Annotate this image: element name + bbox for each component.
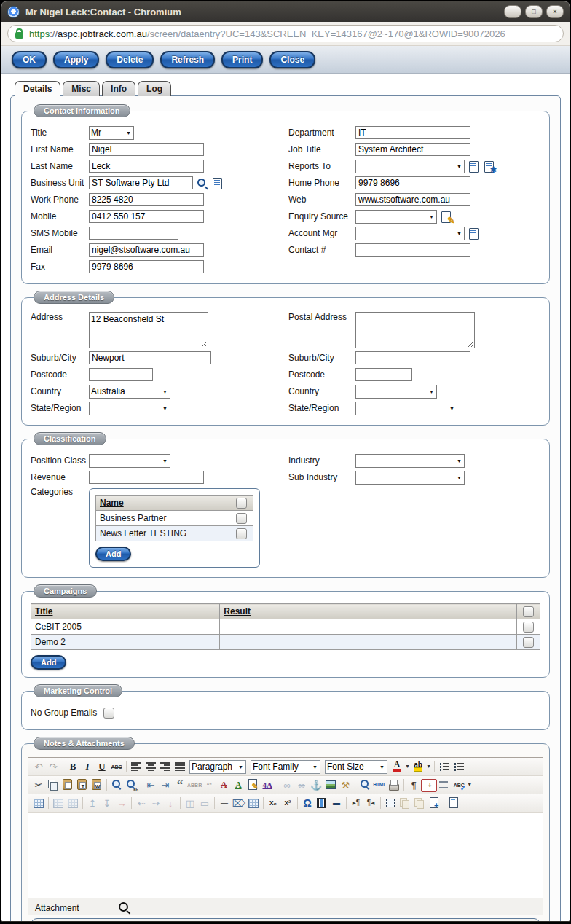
- business-unit-input[interactable]: [89, 176, 193, 189]
- text-color-icon[interactable]: A: [390, 759, 404, 774]
- superscript-icon[interactable]: x²: [280, 796, 295, 810]
- editor-content[interactable]: [28, 813, 543, 898]
- visual-aid-icon[interactable]: [246, 796, 261, 810]
- page-break-icon[interactable]: [437, 778, 452, 792]
- revenue-input[interactable]: [89, 471, 204, 484]
- paragraph-select[interactable]: Paragraph: [189, 760, 246, 774]
- postal-country-select[interactable]: [355, 385, 437, 399]
- print-icon[interactable]: [387, 778, 401, 792]
- abbreviation-icon[interactable]: ABBR: [187, 778, 202, 792]
- campaigns-result-header[interactable]: Result: [220, 604, 516, 619]
- delete-row-icon[interactable]: →: [114, 796, 129, 810]
- underline-icon[interactable]: U: [95, 759, 109, 774]
- blockquote-icon[interactable]: “: [173, 778, 187, 792]
- html-source-icon[interactable]: HTML: [372, 778, 387, 792]
- numbered-list-icon[interactable]: [452, 759, 466, 774]
- state-region-select[interactable]: [89, 402, 170, 415]
- business-unit-search-icon[interactable]: [196, 177, 208, 189]
- tab-log[interactable]: Log: [138, 81, 171, 96]
- table-cell-properties-icon[interactable]: [66, 796, 80, 810]
- web-input[interactable]: [355, 193, 470, 206]
- print-button[interactable]: Print: [221, 51, 263, 68]
- categories-add-button[interactable]: Add: [95, 547, 131, 561]
- paragraph-marks-icon[interactable]: ¶: [406, 778, 421, 792]
- special-character-icon[interactable]: Ω: [300, 796, 315, 810]
- redo-icon[interactable]: ↷: [46, 759, 60, 774]
- contact-number-input[interactable]: [355, 243, 470, 257]
- insertion-icon[interactable]: A: [231, 778, 245, 792]
- attachment-dropzone[interactable]: [31, 918, 540, 922]
- insert-layer-icon[interactable]: +: [427, 796, 441, 810]
- strikethrough-icon[interactable]: ABC: [109, 759, 124, 774]
- media-icon[interactable]: [315, 796, 329, 810]
- reports-to-document-icon[interactable]: [468, 160, 480, 173]
- sub-industry-select[interactable]: [355, 471, 465, 485]
- country-select[interactable]: Australia: [89, 385, 170, 399]
- window-maximize-button[interactable]: □: [525, 5, 543, 18]
- fullscreen-icon[interactable]: [383, 796, 398, 810]
- advanced-hr-icon[interactable]: ▬: [329, 796, 344, 810]
- category-select-checkbox[interactable]: [236, 528, 247, 539]
- postal-postcode-input[interactable]: [355, 368, 412, 381]
- postcode-input[interactable]: [89, 368, 153, 381]
- apply-button[interactable]: Apply: [53, 51, 99, 68]
- align-left-icon[interactable]: [129, 759, 143, 774]
- insert-row-before-icon[interactable]: ↥: [85, 796, 100, 810]
- quotation-icon[interactable]: “”: [202, 778, 216, 792]
- paste-icon[interactable]: [60, 778, 75, 792]
- delete-button[interactable]: Delete: [106, 51, 154, 68]
- close-screen-button[interactable]: Close: [269, 51, 315, 68]
- last-name-input[interactable]: [89, 160, 204, 173]
- categories-name-header[interactable]: Name: [96, 496, 229, 511]
- email-input[interactable]: [89, 243, 204, 257]
- home-phone-input[interactable]: [355, 176, 470, 189]
- ok-button[interactable]: OK: [12, 51, 47, 68]
- window-close-button[interactable]: ×: [546, 5, 564, 18]
- delete-column-icon[interactable]: ↓: [163, 796, 178, 810]
- enquiry-source-edit-icon[interactable]: ✎: [440, 211, 452, 223]
- move-forward-icon[interactable]: [398, 796, 412, 810]
- select-all-checkbox[interactable]: [523, 606, 534, 617]
- campaign-select-checkbox[interactable]: [523, 622, 534, 633]
- insert-row-after-icon[interactable]: ↧: [100, 796, 114, 810]
- ltr-icon[interactable]: ▸¶: [349, 796, 363, 810]
- tab-info[interactable]: Info: [102, 81, 135, 96]
- no-group-emails-checkbox[interactable]: [103, 708, 114, 719]
- link-icon[interactable]: ∞: [280, 778, 294, 792]
- sms-mobile-input[interactable]: [89, 227, 178, 240]
- indent-icon[interactable]: ⇥: [158, 778, 173, 792]
- business-unit-document-icon[interactable]: [211, 177, 224, 189]
- work-phone-input[interactable]: [89, 193, 204, 206]
- window-titlebar[interactable]: Mr Nigel Leck:Contact - Chromium —□×: [1, 1, 570, 22]
- edit-css-icon[interactable]: [446, 796, 461, 810]
- image-icon[interactable]: [323, 778, 338, 792]
- cut-icon[interactable]: ✂: [31, 778, 46, 792]
- align-center-icon[interactable]: [143, 759, 158, 774]
- split-cells-icon[interactable]: ◫: [183, 796, 197, 810]
- enquiry-source-select[interactable]: [355, 210, 437, 224]
- window-minimize-button[interactable]: —: [504, 5, 521, 18]
- first-name-input[interactable]: [89, 143, 204, 156]
- refresh-button[interactable]: Refresh: [160, 51, 215, 68]
- align-right-icon[interactable]: [158, 759, 173, 774]
- align-justify-icon[interactable]: [173, 759, 187, 774]
- subscript-icon[interactable]: x₂: [266, 796, 280, 810]
- address-textarea[interactable]: 12 Beaconsfield St: [89, 312, 208, 348]
- outdent-icon[interactable]: ⇤: [143, 778, 158, 792]
- anchor-icon[interactable]: ⚓: [309, 778, 323, 792]
- insert-column-before-icon[interactable]: ⇠: [134, 796, 149, 810]
- position-class-select[interactable]: [89, 454, 170, 468]
- merge-cells-icon[interactable]: ▭: [197, 796, 212, 810]
- account-mgr-document-icon[interactable]: [468, 227, 480, 240]
- insert-table-icon[interactable]: [31, 796, 46, 810]
- tab-details[interactable]: Details: [15, 81, 60, 96]
- fax-input[interactable]: [89, 260, 204, 273]
- title-select[interactable]: Mr: [89, 126, 134, 140]
- reports-to-new-document-icon[interactable]: ✱: [483, 160, 495, 173]
- industry-select[interactable]: [355, 454, 465, 468]
- select-all-checkbox[interactable]: [236, 498, 247, 509]
- bold-icon[interactable]: B: [66, 759, 80, 774]
- deletion-icon[interactable]: A: [216, 778, 231, 792]
- bullet-list-icon[interactable]: [437, 759, 452, 774]
- citation-icon[interactable]: 4A: [260, 778, 275, 792]
